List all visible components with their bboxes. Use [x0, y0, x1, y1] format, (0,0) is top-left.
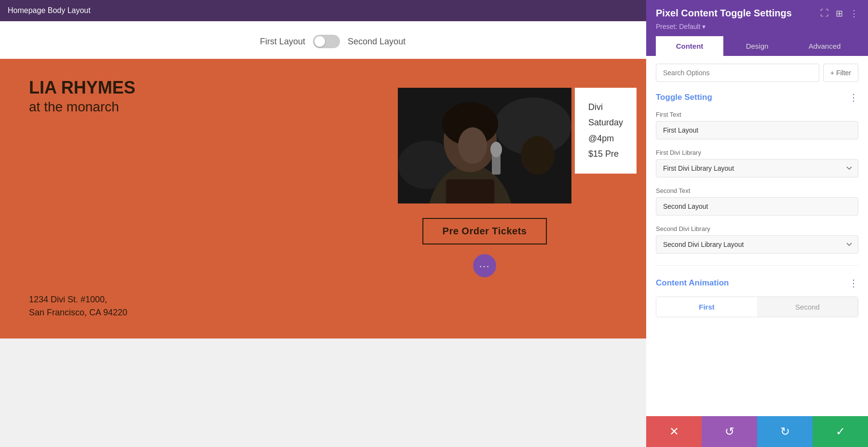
- dots-icon: ···: [479, 260, 490, 271]
- content-animation-header: Content Animation ⋮: [656, 277, 858, 289]
- reset-icon: ↺: [725, 425, 734, 438]
- settings-panel: Pixel Content Toggle Settings ⛶ ⊞ ⋮ Pres…: [646, 0, 868, 447]
- panel-body: + Filter Toggle Setting ⋮ First Text Fir…: [646, 56, 868, 416]
- first-divi-select[interactable]: First Divi Library Layout: [656, 159, 858, 177]
- event-left-col: LIA RHYMES at the monarch 1234 Divi St. …: [29, 78, 333, 319]
- second-text-label: Second Text: [656, 187, 858, 194]
- event-address: 1234 Divi St. #1000, San Francisco, CA 9…: [29, 274, 333, 319]
- cancel-icon: ✕: [669, 425, 679, 438]
- first-text-label: First Text: [656, 111, 858, 118]
- dots-menu-button[interactable]: ···: [473, 254, 496, 277]
- panel-icons: ⛶ ⊞ ⋮: [820, 8, 858, 19]
- tab-design[interactable]: Design: [723, 36, 791, 56]
- event-info-box: Divi Saturday @4pm $15 Pre: [575, 88, 637, 174]
- focus-icon[interactable]: ⛶: [820, 8, 829, 18]
- info-line2: Saturday: [588, 115, 623, 130]
- content-animation-menu[interactable]: ⋮: [849, 277, 858, 289]
- reset-button[interactable]: ↺: [702, 416, 757, 447]
- layout-icon[interactable]: ⊞: [836, 8, 843, 19]
- first-divi-label: First Divi Library: [656, 149, 858, 156]
- panel-footer: ✕ ↺ ↻ ✓: [646, 416, 868, 447]
- filter-button[interactable]: + Filter: [823, 64, 858, 82]
- second-text-input[interactable]: [656, 197, 858, 216]
- event-text-top: LIA RHYMES at the monarch: [29, 78, 333, 115]
- second-text-field: Second Text: [656, 187, 858, 216]
- info-line3: @4pm: [588, 131, 623, 146]
- canvas-area: First Layout Second Layout LIA RHYMES at…: [0, 21, 665, 447]
- panel-title: Pixel Content Toggle Settings: [656, 8, 792, 19]
- preset-selector[interactable]: Preset: Default ▾: [656, 23, 858, 30]
- svg-rect-12: [398, 88, 571, 203]
- ticket-button[interactable]: Pre Order Tickets: [422, 218, 547, 244]
- info-line1: Divi: [588, 99, 623, 115]
- tab-content[interactable]: Content: [656, 36, 723, 56]
- address-line1: 1234 Divi St. #1000,: [29, 295, 107, 304]
- window-title: Homepage Body Layout: [8, 6, 91, 15]
- first-text-input[interactable]: [656, 121, 858, 139]
- more-icon[interactable]: ⋮: [850, 8, 858, 19]
- second-layout-label: Second Layout: [348, 37, 406, 47]
- refresh-icon: ↻: [780, 425, 790, 438]
- second-divi-field: Second Divi Library Second Divi Library …: [656, 225, 858, 254]
- toggle-setting-title: Toggle Setting: [656, 93, 712, 102]
- first-text-field: First Text: [656, 111, 858, 139]
- tab-advanced[interactable]: Advanced: [791, 36, 858, 56]
- address-line2: San Francisco, CA 94220: [29, 308, 127, 317]
- save-icon: ✓: [836, 425, 845, 438]
- anim-tab-second[interactable]: Second: [757, 297, 858, 317]
- search-row: + Filter: [656, 64, 858, 82]
- event-card: LIA RHYMES at the monarch 1234 Divi St. …: [0, 59, 665, 339]
- save-button[interactable]: ✓: [813, 416, 868, 447]
- info-line4: $15 Pre: [588, 146, 623, 162]
- event-right-col: Divi Saturday @4pm $15 Pre: [333, 78, 637, 319]
- panel-tabs: Content Design Advanced: [656, 36, 858, 56]
- second-divi-label: Second Divi Library: [656, 225, 858, 232]
- first-divi-field: First Divi Library First Divi Library La…: [656, 149, 858, 177]
- search-input[interactable]: [656, 64, 819, 82]
- layout-toggle-switch[interactable]: [313, 35, 340, 48]
- animation-tabs: First Second: [656, 297, 858, 317]
- layout-toggle-row: First Layout Second Layout: [0, 21, 665, 59]
- second-divi-select[interactable]: Second Divi Library Layout: [656, 235, 858, 254]
- first-layout-label: First Layout: [260, 37, 305, 47]
- panel-header-row: Pixel Content Toggle Settings ⛶ ⊞ ⋮: [656, 8, 858, 19]
- event-photo: [398, 88, 571, 203]
- toggle-setting-header: Toggle Setting ⋮: [656, 92, 858, 103]
- content-animation-title: Content Animation: [656, 278, 729, 288]
- venue-name: at the monarch: [29, 99, 333, 115]
- section-divider: [656, 265, 858, 266]
- anim-tab-first[interactable]: First: [656, 297, 757, 317]
- artist-name: LIA RHYMES: [29, 78, 333, 97]
- refresh-button[interactable]: ↻: [757, 416, 813, 447]
- panel-header: Pixel Content Toggle Settings ⛶ ⊞ ⋮ Pres…: [646, 0, 868, 56]
- cancel-button[interactable]: ✕: [646, 416, 702, 447]
- event-text-bottom: 1234 Divi St. #1000, San Francisco, CA 9…: [29, 274, 333, 319]
- toggle-setting-menu[interactable]: ⋮: [849, 92, 858, 103]
